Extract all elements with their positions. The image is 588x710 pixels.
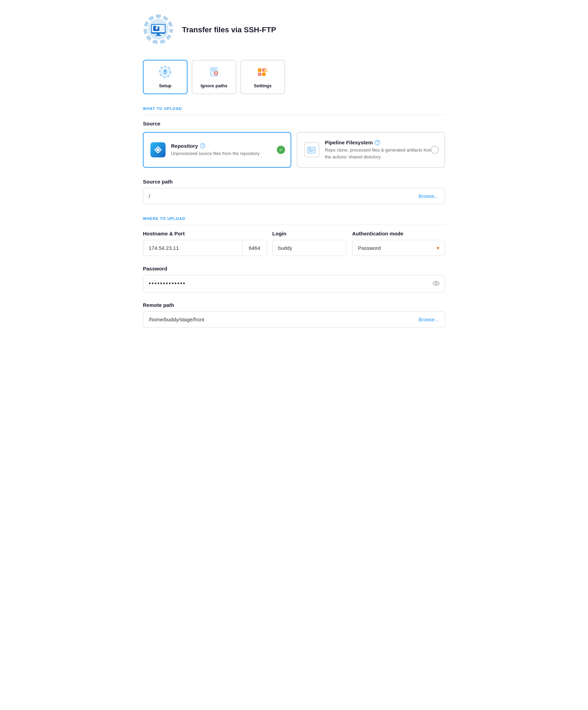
- source-path-input[interactable]: [143, 188, 412, 204]
- pipeline-filesystem-check: [431, 146, 439, 154]
- repository-check: ✓: [277, 146, 285, 154]
- what-to-upload-header: WHAT TO UPLOAD: [143, 107, 445, 115]
- svg-rect-30: [309, 151, 313, 152]
- svg-point-24: [264, 69, 267, 71]
- pipeline-filesystem-help-icon[interactable]: ?: [375, 140, 380, 145]
- svg-rect-15: [212, 70, 215, 71]
- repository-help-icon[interactable]: ?: [200, 143, 205, 148]
- svg-rect-12: [165, 71, 166, 73]
- pipeline-filesystem-content: Pipeline Filesystem ? Repo clone, proces…: [325, 140, 438, 160]
- svg-text:PFS: PFS: [308, 147, 312, 149]
- password-input-wrap: [143, 275, 445, 292]
- auth-mode-label: Authentication mode: [352, 231, 445, 236]
- svg-rect-21: [258, 73, 261, 76]
- svg-point-32: [433, 281, 439, 285]
- setup-icon: [159, 66, 171, 80]
- settings-icon: [257, 66, 269, 80]
- source-path-label: Source path: [143, 179, 445, 185]
- svg-marker-26: [156, 148, 160, 152]
- connection-fields-row: Hostname & Port Login Authentication mod…: [143, 231, 445, 256]
- where-to-upload-section: WHERE TO UPLOAD Hostname & Port Login Au…: [143, 217, 445, 328]
- svg-rect-7: [157, 34, 160, 35]
- repository-card[interactable]: Repository ? Unprocessed source files fr…: [143, 132, 291, 168]
- source-path-group: Source path Browse...: [143, 179, 445, 204]
- remote-path-browse-button[interactable]: Browse...: [412, 312, 445, 327]
- tab-settings-label: Settings: [254, 83, 271, 88]
- hostname-label: Hostname & Port: [143, 231, 267, 236]
- svg-rect-29: [309, 149, 314, 150]
- password-label: Password: [143, 266, 445, 271]
- port-input[interactable]: [242, 240, 267, 256]
- tab-ignore-paths-label: Ignore paths: [201, 83, 227, 88]
- remote-path-label: Remote path: [143, 302, 445, 308]
- ignore-paths-icon: [208, 66, 220, 80]
- svg-rect-22: [262, 73, 265, 76]
- repository-content: Repository ? Unprocessed source files fr…: [171, 143, 284, 157]
- app-icon: [143, 14, 174, 46]
- tab-bar: Setup Ignore paths Set: [143, 60, 445, 94]
- hostname-port-inputs: [143, 240, 267, 256]
- password-group: Password: [143, 266, 445, 292]
- source-path-browse-button[interactable]: Browse...: [412, 189, 445, 204]
- tab-settings[interactable]: Settings: [240, 60, 285, 94]
- pipeline-filesystem-card[interactable]: PFS Pipeline Filesystem ? Repo clone, pr…: [297, 132, 445, 168]
- page-header: Transfer files via SSH-FTP: [143, 14, 445, 46]
- auth-mode-group: Authentication mode Password Private key…: [352, 231, 445, 256]
- repository-title: Repository ?: [171, 143, 284, 149]
- remote-path-group: Remote path Browse...: [143, 302, 445, 328]
- pipeline-filesystem-icon: PFS: [304, 142, 319, 157]
- repository-desc: Unprocessed source files from the reposi…: [171, 150, 284, 157]
- svg-rect-19: [258, 68, 261, 72]
- login-label: Login: [272, 231, 347, 236]
- svg-rect-5: [153, 26, 156, 27]
- source-path-input-wrap: Browse...: [143, 188, 445, 204]
- password-toggle-icon[interactable]: [433, 280, 440, 287]
- tab-setup-label: Setup: [159, 83, 171, 88]
- pipeline-filesystem-desc: Repo clone, processed files & generated …: [325, 147, 438, 160]
- login-group: Login: [272, 231, 347, 256]
- pipeline-filesystem-title: Pipeline Filesystem ?: [325, 140, 438, 145]
- login-input[interactable]: [272, 240, 347, 256]
- hostname-input[interactable]: [143, 240, 242, 256]
- tab-setup[interactable]: Setup: [143, 60, 188, 94]
- svg-rect-6: [156, 27, 158, 29]
- source-cards: Repository ? Unprocessed source files fr…: [143, 132, 445, 168]
- repository-icon: [150, 142, 166, 157]
- source-label: Source: [143, 121, 445, 126]
- password-input[interactable]: [143, 275, 445, 292]
- auth-mode-select[interactable]: Password Private key SSH agent: [352, 240, 445, 256]
- hostname-port-group: Hostname & Port: [143, 231, 267, 256]
- page-title: Transfer files via SSH-FTP: [182, 25, 276, 34]
- svg-point-33: [435, 282, 437, 284]
- where-to-upload-header: WHERE TO UPLOAD: [143, 217, 445, 225]
- remote-path-input-wrap: Browse...: [143, 311, 445, 328]
- remote-path-input[interactable]: [143, 312, 412, 327]
- auth-mode-select-wrap: Password Private key SSH agent ▼: [352, 240, 445, 256]
- tab-ignore-paths[interactable]: Ignore paths: [192, 60, 236, 94]
- svg-rect-14: [212, 69, 216, 70]
- svg-rect-8: [156, 35, 161, 36]
